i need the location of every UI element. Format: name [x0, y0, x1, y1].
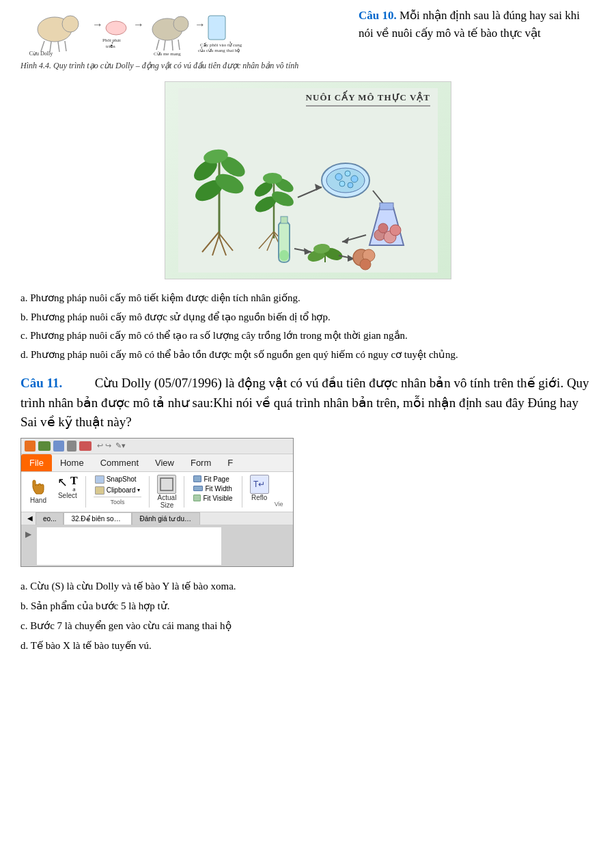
pdf-logo-icon — [25, 441, 36, 452]
sheep-diagram: Cừu Dolly → Phôi phát triển → — [20, 7, 335, 58]
divider-1 — [85, 476, 86, 508]
svg-point-64 — [279, 250, 289, 261]
menu-file[interactable]: File — [21, 454, 52, 471]
svg-text:→: → — [133, 18, 144, 30]
pdf-toolbar-top: ↩ ↪ ✎▾ — [21, 439, 293, 454]
snapshot-button[interactable]: SnapShot — [94, 475, 142, 484]
cau10-question-area: Câu 10. Mỗi nhận định sau là đúng hay sa… — [348, 7, 596, 42]
answer-11d: d. Tế bào X là tế bào tuyến vú. — [20, 637, 596, 655]
menu-comment[interactable]: Comment — [92, 454, 147, 471]
svg-point-44 — [263, 173, 282, 184]
svg-line-5 — [65, 41, 66, 51]
svg-point-52 — [339, 181, 345, 186]
menu-form[interactable]: Form — [182, 454, 219, 471]
settings-area: ✎▾ — [115, 441, 126, 450]
nuoi-cay-title: NUÔI CẤY MÔ THỰC VẬT — [306, 92, 430, 107]
tools-buttons: SnapShot Clipboard ▾ — [94, 475, 142, 495]
cau11-title-area: Câu 11. Cừu Dolly (05/07/1996) là động v… — [20, 374, 596, 432]
pdf-tab-2[interactable]: 32.Để biên soạn theo... — [64, 512, 132, 525]
clipboard-button[interactable]: Clipboard ▾ — [94, 486, 142, 495]
svg-point-51 — [351, 176, 358, 182]
svg-point-53 — [348, 182, 353, 188]
svg-point-13 — [173, 16, 188, 31]
select-text-button[interactable]: T a — [70, 475, 78, 492]
pdf-tab-1[interactable]: eo... — [36, 512, 64, 525]
fit-page-button[interactable]: Fit Page — [192, 475, 234, 484]
tools-group: SnapShot Clipboard ▾ Tools — [94, 475, 142, 505]
cau11-answers: a. Cừu (S) là cừu Dolly và tế bào Y là t… — [20, 577, 596, 655]
undo-redo-area: ↩ ↪ — [97, 441, 111, 450]
snapshot-icon — [95, 475, 104, 484]
svg-point-59 — [378, 223, 388, 233]
select-cursor-button[interactable]: ↖ — [57, 475, 68, 492]
svg-line-15 — [164, 40, 165, 51]
fit-group: Fit Page Fit Width Fit Visible — [192, 475, 234, 503]
fit-width-button[interactable]: Fit Width — [192, 484, 234, 493]
tab-left-arrow[interactable]: ◀ — [25, 512, 36, 524]
figure-left: Cừu Dolly → Phôi phát triển → — [20, 7, 348, 71]
pdf-ribbon: Hand ↖ T a Select — [21, 472, 293, 512]
svg-text:Phôi phát: Phôi phát — [102, 38, 121, 43]
svg-point-49 — [335, 174, 342, 180]
menu-home[interactable]: Home — [52, 454, 92, 471]
answer-10c: c. Phương pháp nuôi cấy mô có thể tạo ra… — [20, 327, 596, 345]
svg-point-8 — [106, 21, 126, 35]
actual-size-button[interactable] — [157, 475, 176, 494]
svg-rect-21 — [208, 16, 225, 40]
plant-image-section: NUÔI CẤY MÔ THỰC VẬT — [20, 81, 596, 279]
text-select-icon: T — [70, 475, 78, 487]
fit-page-icon — [193, 475, 201, 482]
menu-view[interactable]: View — [147, 454, 182, 471]
plant-image: NUÔI CẤY MÔ THỰC VẬT — [165, 81, 451, 279]
svg-line-4 — [58, 42, 59, 52]
email-icon — [79, 441, 92, 451]
menu-more[interactable]: F — [219, 454, 241, 471]
hand-button[interactable]: Hand — [25, 475, 52, 504]
svg-point-60 — [390, 225, 401, 236]
answer-10d: d. Phương pháp nuôi cấy mô có thể bảo tồ… — [20, 346, 596, 364]
cau11-question-text: Cừu Dolly (05/07/1996) là động vật có vú… — [20, 376, 589, 429]
select-icons-row: ↖ T a — [57, 475, 78, 492]
answer-10b: b. Phương pháp nuôi cấy mô được sử dụng … — [20, 309, 596, 327]
actual-size-label2: Size — [160, 501, 173, 509]
hand-icon — [27, 475, 49, 497]
select-group: ↖ T a Select — [57, 475, 78, 499]
plant-tissue-culture-svg — [178, 88, 438, 273]
svg-text:→: → — [195, 18, 206, 30]
cau10-label: Câu 10. — [359, 9, 397, 22]
fit-visible-icon — [193, 495, 201, 501]
svg-line-16 — [172, 40, 173, 51]
tools-label: Tools — [94, 497, 142, 505]
actual-size-label: Actual — [158, 494, 177, 501]
svg-line-17 — [178, 40, 180, 50]
clipboard-dropdown-arrow: ▾ — [137, 487, 140, 493]
fit-visible-button[interactable]: Fit Visible — [192, 494, 234, 503]
svg-text:Cừu Dolly: Cừu Dolly — [29, 51, 53, 57]
cau11-section: Câu 11. Cừu Dolly (05/07/1996) là động v… — [20, 374, 596, 655]
svg-text:Cấy phôi vào tử cung: Cấy phôi vào tử cung — [200, 42, 242, 48]
svg-line-2 — [41, 41, 44, 51]
cau11-label: Câu 11. — [20, 376, 62, 390]
text-select-sub: a — [72, 487, 75, 492]
cau10-answers: a. Phương pháp nuôi cấy mô tiết kiệm đượ… — [20, 290, 596, 363]
cursor-icon: ↖ — [57, 475, 68, 490]
actual-size-icon — [157, 475, 176, 494]
svg-rect-56 — [380, 203, 393, 210]
pdf-menu-bar: File Home Comment View Form F — [21, 454, 293, 472]
actual-size-group: Actual Size — [157, 475, 176, 509]
svg-rect-77 — [163, 480, 171, 488]
svg-text:→: → — [92, 18, 103, 30]
folder-icon — [38, 441, 51, 451]
answer-11a: a. Cừu (S) là cừu Dolly và tế bào Y là t… — [20, 577, 596, 596]
svg-text:triển: triển — [106, 42, 115, 49]
svg-rect-63 — [281, 217, 288, 223]
pdf-tab-3[interactable]: Đánh giá tư duy Kho — [132, 512, 200, 525]
reflow-label: Reflo — [251, 494, 267, 501]
pdf-content-area: ▶ — [21, 525, 293, 566]
clipboard-icon — [95, 486, 104, 495]
reflow-button[interactable]: T↵ Reflo — [250, 475, 269, 501]
tab-left-arrow2[interactable]: ▶ — [23, 527, 33, 541]
fit-width-icon — [193, 486, 203, 491]
pdf-page-preview — [37, 527, 221, 565]
svg-point-1 — [62, 16, 79, 32]
